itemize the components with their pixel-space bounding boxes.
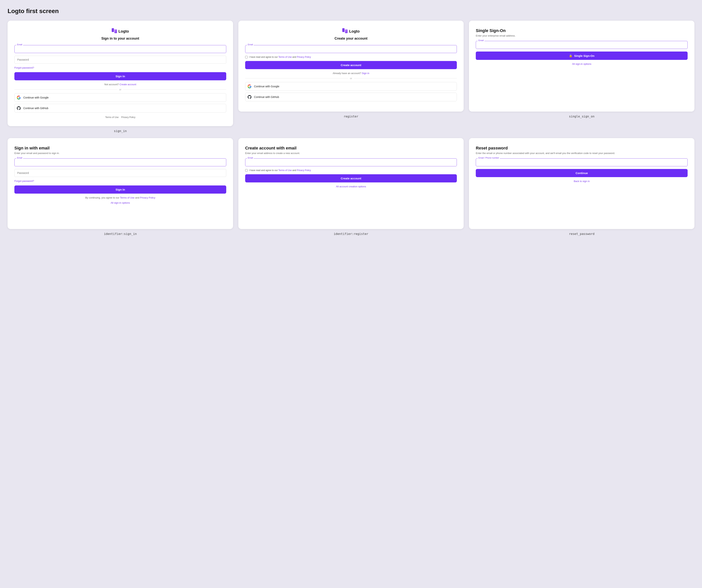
github-icon-register: [248, 95, 251, 99]
all-sign-in-options-link[interactable]: All sign-in options: [476, 63, 688, 65]
forgot-password-link-id-signin[interactable]: Forgot password?: [14, 180, 226, 182]
terms-link-id-register[interactable]: Terms of Use: [278, 169, 292, 172]
register-card: Logto Create your account Email I have r…: [238, 21, 464, 112]
reset-password-title: Reset password: [476, 146, 688, 151]
github-button-register[interactable]: Continue with GitHub: [245, 93, 457, 101]
email-input-signin[interactable]: [14, 45, 226, 53]
github-button-signin[interactable]: Continue with GitHub: [14, 104, 226, 112]
create-account-link-signin[interactable]: Create account: [119, 83, 136, 86]
terms-link-signin[interactable]: Terms of Use: [105, 116, 119, 119]
password-input-group-signin: [14, 56, 226, 64]
id-signin-label: identifier:sign_in: [104, 232, 137, 236]
sign-in-link-register[interactable]: Sign in: [362, 72, 369, 75]
id-signin-title: Sign in with email: [14, 146, 226, 151]
register-title: Create your account: [245, 36, 457, 40]
email-input-group-register: Email: [245, 45, 457, 53]
terms-text-id-signin: By continuing, you agree to our Terms of…: [14, 196, 226, 199]
email-input-group-sso: Email: [476, 41, 688, 49]
email-input-group-id-register: Email: [245, 158, 457, 166]
id-register-card: Create account with email Enter your ema…: [238, 138, 464, 229]
id-register-subtitle: Enter your email address to create a new…: [245, 152, 457, 155]
sso-card: Single Sign-On Enter your enterprise ema…: [469, 21, 694, 112]
logo-area-register: Logto: [245, 28, 457, 34]
create-account-button-id-register[interactable]: Create account: [245, 174, 457, 182]
sso-card-wrapper: Single Sign-On Enter your enterprise ema…: [469, 21, 694, 133]
id-register-title: Create account with email: [245, 146, 457, 151]
terms-link-id-signin[interactable]: Terms of Use: [120, 196, 135, 199]
password-input-signin[interactable]: [14, 56, 226, 64]
field-input-reset[interactable]: [476, 158, 688, 166]
email-label-id-signin: Email: [16, 157, 23, 159]
lock-icon: 🔒: [569, 54, 573, 58]
field-label-reset: Email / Phone number: [478, 157, 500, 159]
cards-grid: Logto Sign in to your account Email Forg…: [8, 21, 694, 236]
sso-subtitle: Enter your enterprise email address.: [476, 34, 688, 37]
password-input-group-id-signin: [14, 169, 226, 177]
id-signin-card: Sign in with email Enter your email and …: [8, 138, 233, 229]
sign-in-card: Logto Sign in to your account Email Forg…: [8, 21, 233, 126]
sign-in-card-wrapper: Logto Sign in to your account Email Forg…: [8, 21, 233, 133]
logto-logo-text-register: Logto: [349, 29, 360, 33]
field-input-group-reset: Email / Phone number: [476, 158, 688, 166]
already-account-text: Already have an account? Sign in: [245, 72, 457, 75]
register-label: register: [344, 115, 358, 118]
id-register-label: identifier:register: [334, 232, 368, 236]
email-label-sso: Email: [478, 39, 484, 41]
no-account-text: Not account? Create account: [14, 83, 226, 86]
logo-area-signin: Logto: [14, 28, 226, 34]
sign-in-button-id-signin[interactable]: Sign In: [14, 185, 226, 194]
logto-logo-text-signin: Logto: [119, 29, 129, 33]
svg-rect-0: [112, 28, 114, 32]
register-card-wrapper: Logto Create your account Email I have r…: [238, 21, 464, 133]
id-signin-subtitle: Enter your email and password to sign in…: [14, 152, 226, 155]
reset-password-subtitle: Enter the email or phone number associat…: [476, 152, 688, 155]
email-input-sso[interactable]: [476, 41, 688, 49]
email-label-register: Email: [247, 43, 254, 45]
sso-title: Single Sign-On: [476, 28, 688, 33]
google-button-register[interactable]: Continue with Google: [245, 82, 457, 91]
svg-rect-4: [345, 29, 348, 33]
divider-signin: or: [14, 88, 226, 91]
back-to-sign-in-link[interactable]: Back to sign in: [476, 180, 688, 183]
email-label-id-register: Email: [247, 157, 254, 159]
id-register-card-wrapper: Create account with email Enter your ema…: [238, 138, 464, 236]
sso-button[interactable]: 🔒 Single Sign-On: [476, 52, 688, 60]
all-creation-options-link[interactable]: All account creation options: [245, 185, 457, 188]
reset-password-card-wrapper: Reset password Enter the email or phone …: [469, 138, 694, 236]
privacy-link-register[interactable]: Privacy Policy: [297, 56, 311, 58]
terms-link-register[interactable]: Terms of Use: [278, 56, 292, 58]
terms-row-register: I have read and agree to our Terms of Us…: [245, 56, 457, 58]
terms-checkbox-id-register[interactable]: [245, 169, 248, 172]
github-icon-signin: [17, 106, 21, 110]
sign-in-button-signin[interactable]: Sign In: [14, 72, 226, 80]
email-input-group-id-signin: Email: [14, 158, 226, 166]
id-signin-card-wrapper: Sign in with email Enter your email and …: [8, 138, 233, 236]
privacy-link-id-register[interactable]: Privacy Policy: [297, 169, 311, 172]
logto-logo-icon-register: [342, 28, 348, 34]
footer-links-signin: Terms of Use Privacy Policy: [14, 116, 226, 119]
all-sign-in-options-link-id[interactable]: All sign-in options: [14, 201, 226, 204]
svg-rect-3: [342, 28, 345, 32]
sign-in-label: sign_in: [114, 129, 127, 133]
terms-checkbox-register[interactable]: [245, 56, 248, 58]
logto-logo-icon-signin: [112, 28, 117, 34]
privacy-link-signin[interactable]: Privacy Policy: [121, 116, 135, 119]
google-button-signin[interactable]: Continue with Google: [14, 93, 226, 102]
privacy-link-id-signin[interactable]: Privacy Policy: [140, 196, 155, 199]
google-icon-signin: [17, 96, 21, 99]
page-title: Logto first screen: [8, 8, 694, 15]
email-input-group-signin: Email: [14, 45, 226, 53]
sso-label: single_sign_on: [569, 115, 594, 118]
continue-button-reset[interactable]: Continue: [476, 169, 688, 177]
password-input-id-signin[interactable]: [14, 169, 226, 177]
email-input-id-register[interactable]: [245, 158, 457, 166]
google-icon-register: [248, 85, 251, 88]
create-account-button-register[interactable]: Create account: [245, 61, 457, 69]
email-input-id-signin[interactable]: [14, 158, 226, 166]
email-input-register[interactable]: [245, 45, 457, 53]
reset-password-card: Reset password Enter the email or phone …: [469, 138, 694, 229]
signin-title: Sign in to your account: [14, 36, 226, 40]
reset-password-label: reset_password: [569, 232, 594, 236]
terms-row-id-register: I have read and agree to our Terms of Us…: [245, 169, 457, 172]
forgot-password-link-signin[interactable]: Forgot password?: [14, 66, 226, 69]
